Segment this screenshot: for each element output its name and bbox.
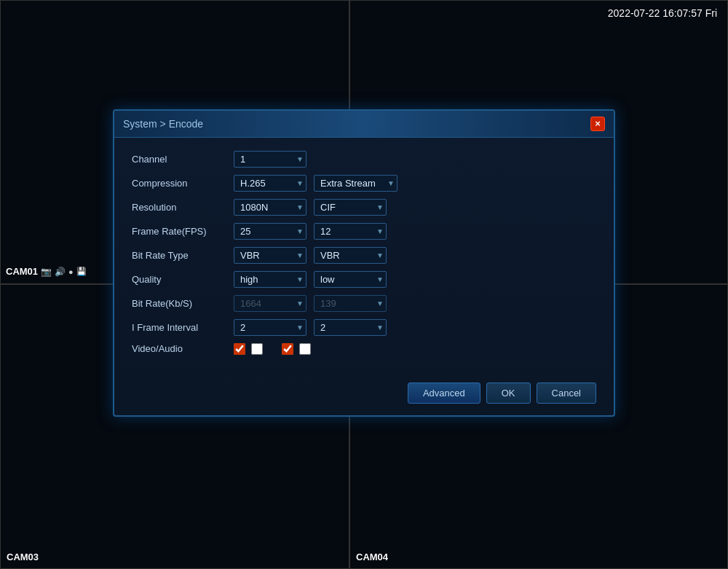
iframe-interval-label: I Frame Interval xyxy=(132,322,234,333)
iframe-interval-main-wrapper: 2 4 8 ▼ xyxy=(234,319,306,336)
video-audio-row: Video/Audio xyxy=(132,343,596,355)
modal-header: System > Encode × xyxy=(114,111,614,138)
frame-rate-extra-wrapper: 12 10 8 5 ▼ xyxy=(314,223,387,240)
channel-row: Channel 1 2 3 4 ▼ xyxy=(132,151,596,168)
close-button[interactable]: × xyxy=(590,117,605,131)
cancel-button[interactable]: Cancel xyxy=(537,382,596,404)
bit-rate-type-main-wrapper: VBR CBR ▼ xyxy=(234,247,306,264)
ok-button[interactable]: OK xyxy=(486,382,531,404)
cam01-label: CAM01 xyxy=(6,266,38,277)
quality-main-wrapper: high medium low ▼ xyxy=(234,271,306,288)
iframe-interval-main-select[interactable]: 2 4 8 xyxy=(234,319,306,336)
bit-rate-main-select: 1664 xyxy=(234,295,306,312)
resolution-field-group: 1080N 720P D1 ▼ CIF QCIF D1 ▼ xyxy=(234,199,596,216)
bit-rate-type-row: Bit Rate Type VBR CBR ▼ VBR CBR xyxy=(132,247,596,264)
frame-rate-row: Frame Rate(FPS) 25 20 15 10 5 ▼ xyxy=(132,223,596,240)
bit-rate-main-wrapper: 1664 ▼ xyxy=(234,295,306,312)
bit-rate-row: Bit Rate(Kb/S) 1664 ▼ 139 ▼ xyxy=(132,295,596,312)
quality-main-select[interactable]: high medium low xyxy=(234,271,306,288)
iframe-interval-field-group: 2 4 8 ▼ 2 4 8 ▼ xyxy=(234,319,596,336)
resolution-extra-select[interactable]: CIF QCIF D1 xyxy=(314,199,387,216)
frame-rate-main-wrapper: 25 20 15 10 5 ▼ xyxy=(234,223,306,240)
channel-select[interactable]: 1 2 3 4 xyxy=(234,151,306,168)
quality-label: Quality xyxy=(132,274,234,285)
channel-field-group: 1 2 3 4 ▼ xyxy=(234,151,596,168)
quality-extra-select[interactable]: low medium high xyxy=(314,271,387,288)
bit-rate-type-main-select[interactable]: VBR CBR xyxy=(234,247,306,264)
cam04-label: CAM04 xyxy=(356,552,388,562)
bit-rate-extra-wrapper: 139 ▼ xyxy=(314,295,387,312)
audio-icon: 🔊 xyxy=(55,267,66,277)
resolution-main-select[interactable]: 1080N 720P D1 xyxy=(234,199,306,216)
encode-modal: System > Encode × Channel 1 2 3 4 ▼ xyxy=(113,109,615,417)
timestamp: 2022-07-22 16:07:57 Fri xyxy=(608,7,717,19)
cam03-label: CAM03 xyxy=(7,552,39,562)
bit-rate-type-extra-select[interactable]: VBR CBR xyxy=(314,247,387,264)
record-icon: ● xyxy=(68,267,74,276)
bit-rate-type-extra-wrapper: VBR CBR ▼ xyxy=(314,247,387,264)
bit-rate-type-field-group: VBR CBR ▼ VBR CBR ▼ xyxy=(234,247,596,264)
camera-icon: 📷 xyxy=(41,267,52,277)
compression-extra-select[interactable]: Extra Stream Main Stream xyxy=(314,175,397,192)
modal-body: Channel 1 2 3 4 ▼ Compression xyxy=(114,138,614,374)
extra-checkbox-group xyxy=(282,343,311,355)
resolution-label: Resolution xyxy=(132,202,234,213)
extra-video-checkbox[interactable] xyxy=(282,343,293,355)
cam01-bar: CAM01 📷 🔊 ● 💾 xyxy=(6,266,87,277)
video-audio-field-group xyxy=(234,343,596,355)
bit-rate-type-label: Bit Rate Type xyxy=(132,250,234,261)
compression-main-select[interactable]: H.265 H.264 xyxy=(234,175,306,192)
frame-rate-field-group: 25 20 15 10 5 ▼ 12 10 8 5 xyxy=(234,223,596,240)
advanced-button[interactable]: Advanced xyxy=(408,382,480,404)
main-audio-checkbox[interactable] xyxy=(251,343,263,355)
quality-row: Quality high medium low ▼ low medium xyxy=(132,271,596,288)
frame-rate-label: Frame Rate(FPS) xyxy=(132,226,234,237)
channel-label: Channel xyxy=(132,154,234,165)
resolution-extra-wrapper: CIF QCIF D1 ▼ xyxy=(314,199,387,216)
channel-select-wrapper: 1 2 3 4 ▼ xyxy=(234,151,306,168)
modal-title: System > Encode xyxy=(123,118,203,130)
main-checkbox-group xyxy=(234,343,263,355)
compression-field-group: H.265 H.264 ▼ Extra Stream Main Stream ▼ xyxy=(234,175,596,192)
resolution-main-wrapper: 1080N 720P D1 ▼ xyxy=(234,199,306,216)
iframe-interval-row: I Frame Interval 2 4 8 ▼ 2 4 xyxy=(132,319,596,336)
bit-rate-extra-select: 139 xyxy=(314,295,387,312)
compression-label: Compression xyxy=(132,178,234,189)
compression-row: Compression H.265 H.264 ▼ Extra Stream M… xyxy=(132,175,596,192)
main-video-checkbox[interactable] xyxy=(234,343,245,355)
frame-rate-main-select[interactable]: 25 20 15 10 5 xyxy=(234,223,306,240)
compression-extra-wrapper: Extra Stream Main Stream ▼ xyxy=(314,175,397,192)
resolution-row: Resolution 1080N 720P D1 ▼ CIF QCIF xyxy=(132,199,596,216)
quality-field-group: high medium low ▼ low medium high ▼ xyxy=(234,271,596,288)
hdd-icon: 💾 xyxy=(76,267,87,276)
extra-audio-checkbox[interactable] xyxy=(299,343,311,355)
frame-rate-extra-select[interactable]: 12 10 8 5 xyxy=(314,223,387,240)
video-audio-label: Video/Audio xyxy=(132,343,234,354)
bit-rate-field-group: 1664 ▼ 139 ▼ xyxy=(234,295,596,312)
bit-rate-label: Bit Rate(Kb/S) xyxy=(132,298,234,309)
quality-extra-wrapper: low medium high ▼ xyxy=(314,271,387,288)
iframe-interval-extra-select[interactable]: 2 4 8 xyxy=(314,319,387,336)
iframe-interval-extra-wrapper: 2 4 8 ▼ xyxy=(314,319,387,336)
compression-main-wrapper: H.265 H.264 ▼ xyxy=(234,175,306,192)
modal-footer: Advanced OK Cancel xyxy=(114,374,614,415)
